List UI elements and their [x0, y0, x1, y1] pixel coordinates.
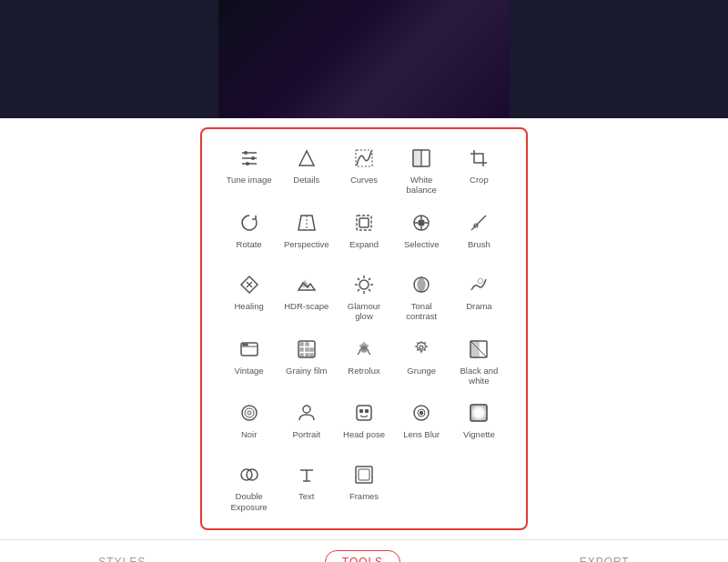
tool-head-pose[interactable]: Head pose: [335, 395, 392, 453]
svg-line-33: [369, 278, 370, 280]
svg-point-54: [242, 406, 257, 420]
svg-point-51: [420, 346, 423, 349]
tool-rotate[interactable]: Rotate: [220, 205, 278, 263]
tool-selective[interactable]: Selective: [393, 205, 450, 263]
svg-line-34: [358, 289, 359, 291]
frames-icon: [351, 462, 377, 487]
svg-point-26: [359, 280, 369, 289]
vintage-icon: [237, 336, 262, 362]
healing-icon: [237, 272, 262, 297]
svg-point-55: [245, 408, 254, 417]
glamour-glow-icon: [351, 272, 377, 297]
tool-frames[interactable]: Frames: [335, 457, 392, 517]
retrolux-icon: [351, 336, 377, 362]
head-pose-icon: [351, 400, 377, 426]
grunge-icon: [409, 336, 434, 362]
tools-grid-border: Tune image Details Curves: [200, 127, 528, 530]
tab-export[interactable]: EXPORT: [561, 548, 648, 562]
svg-marker-6: [299, 151, 314, 166]
crop-label: Crop: [470, 175, 489, 185]
tonal-contrast-icon: [409, 272, 434, 297]
rotate-icon: [237, 210, 262, 236]
tool-double-exposure[interactable]: Double Exposure: [220, 457, 278, 517]
double-exposure-icon: [237, 462, 262, 487]
tool-glamour-glow[interactable]: Glamour glow: [335, 266, 392, 327]
lens-blur-icon: [409, 400, 434, 426]
svg-rect-48: [310, 354, 313, 356]
tool-hdr-scape[interactable]: HDR-scape: [278, 266, 335, 327]
main-container: Tune image Details Curves: [0, 118, 728, 562]
curves-label: Curves: [350, 175, 378, 185]
portrait-icon: [294, 400, 319, 426]
svg-point-63: [420, 412, 423, 415]
tool-grunge[interactable]: Grunge: [393, 331, 450, 392]
svg-point-3: [244, 151, 248, 155]
svg-point-16: [419, 220, 424, 226]
svg-point-38: [243, 344, 245, 346]
svg-point-5: [246, 162, 249, 166]
healing-label: Healing: [234, 301, 263, 311]
tool-brush[interactable]: Brush: [450, 205, 508, 263]
noir-label: Noir: [241, 429, 257, 439]
head-pose-label: Head pose: [343, 429, 385, 439]
tool-healing[interactable]: Healing: [220, 266, 278, 327]
grainy-film-icon: [294, 336, 319, 362]
svg-rect-49: [306, 354, 308, 356]
lens-blur-label: Lens Blur: [403, 429, 440, 439]
image-preview: [0, 0, 728, 118]
tool-portrait[interactable]: Portrait: [278, 395, 335, 453]
vignette-label: Vignette: [463, 429, 495, 439]
tool-noir[interactable]: Noir: [220, 395, 278, 453]
drama-label: Drama: [466, 301, 492, 311]
black-and-white-icon: [466, 336, 491, 362]
tab-styles[interactable]: STYLES: [80, 548, 164, 562]
tool-vintage[interactable]: Vintage: [220, 331, 278, 392]
hdr-scape-icon: [294, 272, 319, 297]
svg-rect-14: [359, 218, 369, 227]
crop-icon: [466, 146, 491, 171]
svg-point-57: [303, 406, 310, 413]
svg-rect-41: [300, 343, 303, 346]
tool-vignette[interactable]: Vignette: [450, 395, 508, 453]
white-balance-icon: [409, 146, 434, 171]
details-label: Details: [293, 175, 319, 185]
hdr-scape-label: HDR-scape: [284, 301, 329, 311]
curves-icon: [351, 146, 377, 171]
svg-rect-42: [306, 343, 308, 346]
text-icon: [294, 462, 319, 487]
tool-perspective[interactable]: Perspective: [278, 205, 335, 263]
tool-expand[interactable]: Expand: [335, 205, 392, 263]
glamour-glow-label: Glamour glow: [339, 301, 389, 322]
grainy-film-label: Grainy film: [286, 366, 327, 376]
svg-marker-25: [301, 281, 308, 286]
double-exposure-label: Double Exposure: [224, 491, 274, 512]
svg-point-56: [248, 411, 251, 415]
svg-point-4: [251, 156, 255, 160]
tools-grid-wrapper: Tune image Details Curves: [0, 118, 728, 539]
tool-grainy-film[interactable]: Grainy film: [278, 331, 335, 392]
text-label: Text: [298, 491, 314, 501]
tune-image-label: Tune image: [227, 175, 272, 185]
tool-text[interactable]: Text: [278, 457, 335, 517]
expand-icon: [351, 210, 377, 236]
perspective-label: Perspective: [284, 239, 329, 249]
tune-image-icon: [237, 146, 262, 171]
tool-curves[interactable]: Curves: [335, 140, 392, 201]
brush-label: Brush: [468, 239, 490, 249]
tool-white-balance[interactable]: White balance: [393, 140, 450, 201]
tool-tonal-contrast[interactable]: Tonal contrast: [393, 266, 450, 327]
svg-rect-58: [357, 406, 371, 420]
tool-crop[interactable]: Crop: [450, 140, 508, 201]
svg-rect-10: [413, 150, 421, 166]
svg-rect-47: [310, 348, 313, 351]
tab-tools[interactable]: TOOLS: [325, 550, 400, 562]
tool-lens-blur[interactable]: Lens Blur: [393, 395, 450, 453]
selective-icon: [409, 210, 434, 236]
tool-tune-image[interactable]: Tune image: [220, 140, 278, 201]
tool-retrolux[interactable]: Retrolux: [335, 331, 392, 392]
svg-point-59: [359, 410, 362, 413]
white-balance-label: White balance: [397, 175, 447, 196]
tool-drama[interactable]: Drama: [450, 266, 508, 327]
tool-details[interactable]: Details: [278, 140, 335, 201]
tool-black-and-white[interactable]: Black and white: [450, 331, 508, 392]
